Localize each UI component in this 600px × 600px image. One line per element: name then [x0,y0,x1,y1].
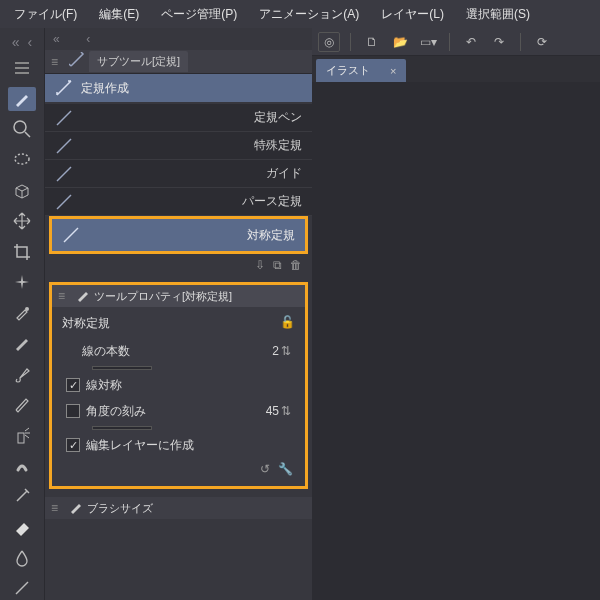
highlighted-subtool: 対称定規 [49,216,308,254]
tool-sidebar: «‹ [0,28,45,600]
drop-tool-icon[interactable] [8,545,36,570]
spiral-icon[interactable]: ◎ [318,32,340,52]
lasso-tool-icon[interactable] [8,148,36,173]
subtool-tab[interactable]: 定規作成 [45,74,312,102]
duplicate-icon[interactable]: ⧉ [273,258,282,272]
menu-bar: ファイル(F) 編集(E) ページ管理(P) アニメーション(A) レイヤー(L… [0,0,600,28]
pencil-tool-icon[interactable] [8,392,36,417]
redo-icon[interactable]: ↷ [488,32,510,52]
lines-slider[interactable] [92,366,152,370]
subtool-panel-header[interactable]: ≡ サブツール[定規] [45,50,312,74]
eraser-tool-icon[interactable] [8,514,36,539]
menu-file[interactable]: ファイル(F) [4,2,87,27]
pen-tool-icon[interactable] [8,87,36,112]
property-title: 対称定規 [62,315,110,332]
lines-count-label: 線の本数 [82,343,272,360]
svg-point-0 [14,121,26,133]
canvas[interactable] [312,82,600,600]
menu-anim[interactable]: アニメーション(A) [249,2,369,27]
lines-count-value[interactable]: 2 [272,344,279,358]
close-tab-icon[interactable]: × [390,65,396,77]
spray-tool-icon[interactable] [8,423,36,448]
menu-edit[interactable]: 編集(E) [89,2,149,27]
document-area: ◎ 🗋 📂 ▭▾ ↶ ↷ ⟳ イラスト × [312,28,600,600]
subtool-item-label: パース定規 [242,193,302,210]
nav-first-icon[interactable]: « [12,34,20,50]
brush-tool-icon[interactable] [8,362,36,387]
move-tool-icon[interactable] [8,209,36,234]
menu-select[interactable]: 選択範囲(S) [456,2,540,27]
angle-step-checkbox[interactable] [66,404,80,418]
subtool-item[interactable]: ガイド [45,160,312,188]
open-icon[interactable]: 📂 [389,32,411,52]
wand-tool-icon[interactable] [8,484,36,509]
new-doc-icon[interactable]: 🗋 [361,32,383,52]
drag-handle-icon[interactable]: ≡ [51,501,65,515]
save-icon[interactable]: ▭▾ [417,32,439,52]
line-symmetry-label: 線対称 [86,377,291,394]
subtool-item[interactable]: 定規ペン [45,104,312,132]
wrench-icon[interactable]: 🔧 [278,462,293,476]
subtool-item[interactable]: パース定規 [45,188,312,216]
angle-slider[interactable] [92,426,152,430]
pen2-tool-icon[interactable] [8,331,36,356]
subtool-tab-label: 定規作成 [81,80,129,97]
crop-tool-icon[interactable] [8,239,36,264]
undo-icon[interactable]: ↶ [460,32,482,52]
subtool-item-label: ガイド [266,165,302,182]
line-tool-icon[interactable] [8,576,36,600]
loading-icon: ⟳ [531,32,553,52]
document-tab-bar: イラスト × [312,56,600,82]
magnifier-tool-icon[interactable] [8,117,36,142]
subtool-header-label: サブツール[定規] [89,51,188,72]
eyedropper-tool-icon[interactable] [8,301,36,326]
highlighted-properties: ≡ ツールプロパティ[対称定規] 対称定規 🔓 線の本数 2 ⇅ 線対称 角度の… [49,282,308,489]
subtool-item[interactable]: 特殊定規 [45,132,312,160]
angle-step-label: 角度の刻み [86,403,266,420]
brush-size-label: ブラシサイズ [87,501,153,516]
edit-layer-checkbox[interactable] [66,438,80,452]
svg-rect-3 [18,433,24,443]
reset-icon[interactable]: ↺ [260,462,270,476]
angle-step-value[interactable]: 45 [266,404,279,418]
cube-tool-icon[interactable] [8,178,36,203]
brush-size-panel-header[interactable]: ≡ ブラシサイズ [45,497,312,519]
brush-header-icon [69,500,83,517]
spinner-icon[interactable]: ⇅ [281,404,291,418]
tool-property-header-label: ツールプロパティ[対称定規] [94,289,232,304]
line-symmetry-checkbox[interactable] [66,378,80,392]
document-tab[interactable]: イラスト × [316,59,406,82]
svg-point-1 [15,154,29,164]
subtool-item-label: 定規ペン [254,109,302,126]
menu-page[interactable]: ページ管理(P) [151,2,247,27]
spinner-icon[interactable]: ⇅ [281,344,291,358]
nav-prev2-icon[interactable]: ‹ [86,32,90,46]
menu-icon[interactable] [8,56,36,81]
tool-property-header[interactable]: ≡ ツールプロパティ[対称定規] [52,285,305,307]
nav-first2-icon[interactable]: « [53,32,60,46]
document-tab-label: イラスト [326,63,370,78]
top-toolbar: ◎ 🗋 📂 ▭▾ ↶ ↷ ⟳ [312,28,600,56]
subtool-item-label: 特殊定規 [254,137,302,154]
trash-icon[interactable]: 🗑 [290,258,302,272]
panel-column: « ‹ ≡ サブツール[定規] 定規作成 定規ペン 特殊定規 ガイド パース定規… [45,28,312,600]
menu-layer[interactable]: レイヤー(L) [371,2,454,27]
lock-icon[interactable]: 🔓 [280,315,295,332]
pen-header-icon [76,288,90,305]
sparkle-tool-icon[interactable] [8,270,36,295]
subtool-item-label: 対称定規 [247,227,295,244]
nav-prev-icon[interactable]: ‹ [28,34,33,50]
smudge-tool-icon[interactable] [8,453,36,478]
edit-layer-label: 編集レイヤーに作成 [86,437,291,454]
ruler-header-icon [69,52,85,71]
subtool-item-selected[interactable]: 対称定規 [52,219,305,251]
export-icon[interactable]: ⇩ [255,258,265,272]
drag-handle-icon[interactable]: ≡ [51,55,65,69]
drag-handle-icon[interactable]: ≡ [58,289,72,303]
subtool-action-bar: ⇩ ⧉ 🗑 [45,254,312,276]
svg-point-2 [25,307,29,311]
subtool-list: 定規ペン 特殊定規 ガイド パース定規 [45,104,312,216]
